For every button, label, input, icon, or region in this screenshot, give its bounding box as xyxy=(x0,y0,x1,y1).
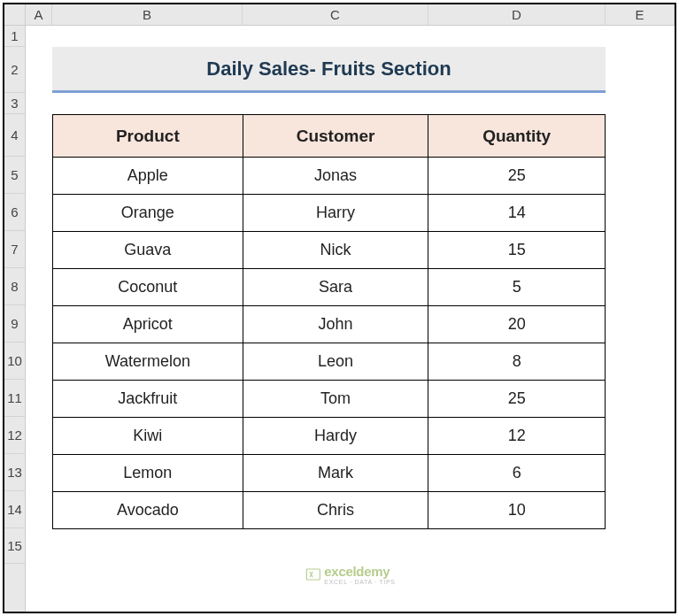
col-header-E[interactable]: E xyxy=(606,4,675,25)
table-row: Watermelon Leon 8 xyxy=(53,343,606,381)
cell-product[interactable]: Apple xyxy=(53,158,243,195)
row-header-15[interactable]: 15 xyxy=(4,528,25,564)
row-header-12[interactable]: 12 xyxy=(4,417,25,454)
table-row: Orange Harry 14 xyxy=(53,195,606,232)
spreadsheet-frame: A B C D E 1 2 3 4 5 6 7 8 9 10 11 12 13 … xyxy=(3,3,676,613)
col-header-A[interactable]: A xyxy=(26,4,52,25)
cell-customer[interactable]: Mark xyxy=(243,455,428,492)
cell-product[interactable]: Lemon xyxy=(53,455,243,492)
sheet-area[interactable]: Daily Sales- Fruits Section Product Cust… xyxy=(26,26,675,612)
cell-product[interactable]: Watermelon xyxy=(53,343,243,381)
cell-quantity[interactable]: 15 xyxy=(428,232,606,269)
table-row: Guava Nick 15 xyxy=(53,232,606,269)
row-headers: 1 2 3 4 5 6 7 8 9 10 11 12 13 14 15 xyxy=(4,26,26,612)
table-row: Avocado Chris 10 xyxy=(53,492,606,529)
cell-customer[interactable]: Jonas xyxy=(243,158,428,195)
header-customer[interactable]: Customer xyxy=(243,115,428,158)
svg-rect-0 xyxy=(306,569,320,580)
col-header-C[interactable]: C xyxy=(243,4,428,25)
cell-quantity[interactable]: 12 xyxy=(428,418,606,455)
col-header-B[interactable]: B xyxy=(52,4,243,25)
cell-quantity[interactable]: 6 xyxy=(428,455,606,492)
row-header-2[interactable]: 2 xyxy=(4,47,25,93)
row-header-4[interactable]: 4 xyxy=(4,114,25,157)
title-banner: Daily Sales- Fruits Section xyxy=(52,47,606,93)
col-header-D[interactable]: D xyxy=(428,4,606,25)
cell-customer[interactable]: Hardy xyxy=(243,418,428,455)
row-header-11[interactable]: 11 xyxy=(4,380,25,417)
cell-product[interactable]: Kiwi xyxy=(53,418,243,455)
cell-customer[interactable]: Tom xyxy=(243,381,428,418)
row-header-5[interactable]: 5 xyxy=(4,157,25,194)
row-header-9[interactable]: 9 xyxy=(4,305,25,343)
cell-customer[interactable]: Harry xyxy=(243,195,428,232)
watermark-brand: exceldemy xyxy=(324,564,390,579)
cell-customer[interactable]: John xyxy=(243,306,428,343)
row-header-14[interactable]: 14 xyxy=(4,491,25,528)
watermark-text: exceldemy EXCEL · DATA · TIPS xyxy=(324,564,395,585)
cell-quantity[interactable]: 25 xyxy=(428,381,606,418)
row-header-8[interactable]: 8 xyxy=(4,268,25,305)
table-row: Apricot John 20 xyxy=(53,306,606,343)
cell-product[interactable]: Orange xyxy=(53,195,243,232)
row-header-10[interactable]: 10 xyxy=(4,343,25,380)
cell-quantity[interactable]: 25 xyxy=(428,158,606,195)
row-header-6[interactable]: 6 xyxy=(4,194,25,231)
row-header-7[interactable]: 7 xyxy=(4,231,25,268)
row-header-1[interactable]: 1 xyxy=(4,26,25,47)
table-header-row: Product Customer Quantity xyxy=(53,115,606,158)
cell-product[interactable]: Jackfruit xyxy=(53,381,243,418)
cell-product[interactable]: Apricot xyxy=(53,306,243,343)
page-title: Daily Sales- Fruits Section xyxy=(206,58,451,81)
row-header-3[interactable]: 3 xyxy=(4,93,25,114)
cell-product[interactable]: Avocado xyxy=(53,492,243,529)
select-all-corner[interactable] xyxy=(4,4,26,26)
header-quantity[interactable]: Quantity xyxy=(428,115,606,158)
table-row: Coconut Sara 5 xyxy=(53,269,606,306)
cell-quantity[interactable]: 8 xyxy=(428,343,606,381)
table-row: Apple Jonas 25 xyxy=(53,158,606,195)
column-headers: A B C D E xyxy=(26,4,675,26)
header-product[interactable]: Product xyxy=(53,115,243,158)
cell-quantity[interactable]: 20 xyxy=(428,306,606,343)
row-header-13[interactable]: 13 xyxy=(4,454,25,491)
watermark: exceldemy EXCEL · DATA · TIPS xyxy=(305,564,395,585)
data-table: Product Customer Quantity Apple Jonas 25… xyxy=(52,114,606,529)
excel-icon xyxy=(305,566,320,582)
table-row: Kiwi Hardy 12 xyxy=(53,418,606,455)
cell-quantity[interactable]: 14 xyxy=(428,195,606,232)
cell-customer[interactable]: Sara xyxy=(243,269,428,306)
cell-product[interactable]: Guava xyxy=(53,232,243,269)
cell-product[interactable]: Coconut xyxy=(53,269,243,306)
watermark-tagline: EXCEL · DATA · TIPS xyxy=(324,579,395,585)
cell-quantity[interactable]: 5 xyxy=(428,269,606,306)
table-row: Jackfruit Tom 25 xyxy=(53,381,606,418)
cell-customer[interactable]: Leon xyxy=(243,343,428,381)
cell-customer[interactable]: Chris xyxy=(243,492,428,529)
cell-customer[interactable]: Nick xyxy=(243,232,428,269)
table-row: Lemon Mark 6 xyxy=(53,455,606,492)
cell-quantity[interactable]: 10 xyxy=(428,492,606,529)
